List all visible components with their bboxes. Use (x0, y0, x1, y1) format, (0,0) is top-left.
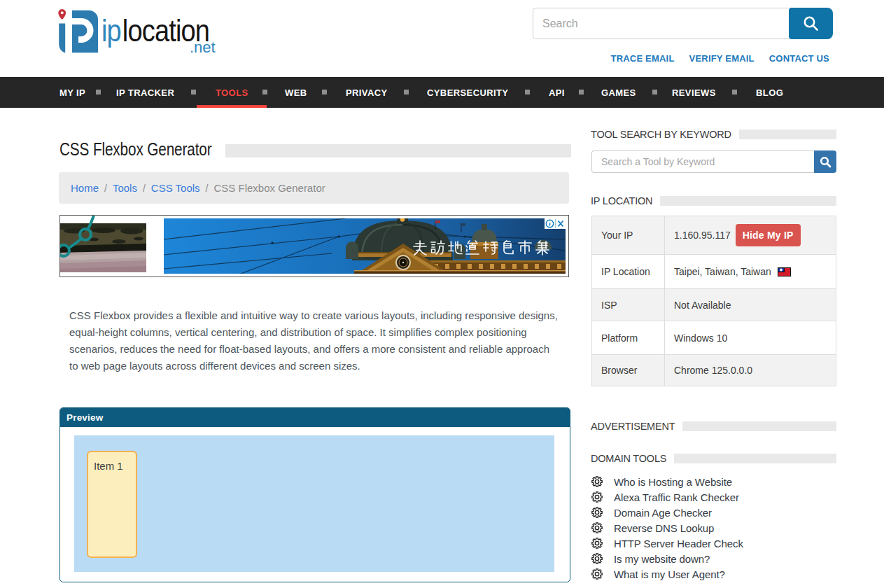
trace-email-link[interactable]: TRACE EMAIL (611, 53, 675, 64)
domain-tool-link[interactable]: Alexa Traffic Rank Checker (614, 491, 739, 503)
nav-separator (96, 90, 101, 94)
verify-email-link[interactable]: VERIFY EMAIL (689, 53, 755, 64)
table-row-platform: Platform Windows 10 (592, 321, 836, 354)
tool-search-button[interactable] (814, 150, 836, 173)
nav-separator (262, 90, 267, 94)
row-value: Not Available (665, 289, 836, 321)
breadcrumb-tools[interactable]: Tools (113, 182, 137, 194)
nav-item-ip-tracker[interactable]: IP TRACKER (116, 77, 174, 108)
heading-decorative-bar (739, 130, 836, 139)
list-item: Is my website down? (591, 551, 836, 566)
nav-item-api[interactable]: API (549, 77, 565, 108)
advertisement-heading-text: ADVERTISEMENT (591, 421, 675, 432)
main-navigation: MY IP IP TRACKER TOOLS WEB PRIVACY CYBER… (0, 77, 884, 108)
table-row-ip-location: IP Location Taipei, Taiwan, Taiwan (592, 254, 836, 288)
nav-separator (732, 90, 737, 94)
nav-item-cybersecurity[interactable]: CYBERSECURITY (427, 77, 508, 108)
nav-item-tools[interactable]: TOOLS (216, 77, 248, 108)
flexbox-preview-container: Item 1 (74, 435, 554, 572)
breadcrumb-home[interactable]: Home (71, 182, 99, 194)
logo-pin-icon (58, 9, 66, 20)
ad-banner[interactable] (59, 215, 569, 277)
header-quick-links: TRACE EMAIL VERIFY EMAIL CONTACT US (0, 53, 829, 64)
advertisement-heading: ADVERTISEMENT (591, 421, 836, 431)
header-search-form (533, 8, 833, 39)
list-item: HTTP Server Header Check (591, 536, 836, 551)
gear-icon (591, 522, 603, 533)
row-value: Taipei, Taiwan, Taiwan (665, 255, 836, 288)
heading-decorative-bar (682, 421, 836, 431)
domain-tools-heading: DOMAIN TOOLS (591, 453, 836, 463)
geo-location: Taipei, Taiwan, Taiwan (674, 266, 771, 277)
adchoices-icon (545, 218, 566, 229)
preview-panel: Preview Item 1 (59, 407, 570, 582)
tool-search-heading-text: TOOL SEARCH BY KEYWORD (591, 129, 731, 140)
table-row-isp: ISP Not Available (592, 288, 836, 321)
domain-tool-link[interactable]: Is my website down? (614, 553, 710, 565)
search-icon (803, 15, 819, 31)
row-label: Your IP (592, 216, 665, 254)
nav-item-blog[interactable]: BLOG (756, 77, 783, 108)
svg-text:ip: ip (101, 13, 121, 48)
ip-location-table: Your IP 1.160.95.117 Hide My IP IP Locat… (591, 216, 836, 386)
search-icon (820, 156, 832, 168)
site-logo[interactable]: ip location .net (58, 8, 216, 57)
nav-item-web[interactable]: WEB (285, 77, 307, 108)
preview-panel-header: Preview (60, 408, 570, 427)
domain-tool-link[interactable]: Reverse DNS Lookup (614, 522, 714, 534)
nav-item-privacy[interactable]: PRIVACY (346, 77, 388, 108)
flex-item-1: Item 1 (87, 451, 137, 558)
ip-location-heading: IP LOCATION (591, 195, 836, 206)
tool-search-heading: TOOL SEARCH BY KEYWORD (591, 129, 836, 139)
browser-value: Chrome 125.0.0.0 (674, 365, 752, 376)
nav-item-reviews[interactable]: REVIEWS (672, 77, 716, 108)
table-row-your-ip: Your IP 1.160.95.117 Hide My IP (592, 216, 836, 254)
table-row-browser: Browser Chrome 125.0.0.0 (592, 354, 836, 386)
nav-separator (652, 90, 657, 94)
nav-separator (525, 90, 530, 94)
breadcrumb-separator: / (143, 183, 146, 194)
tool-search-input[interactable] (591, 150, 814, 173)
list-item: Who is Hosting a Website (591, 474, 836, 489)
domain-tool-link[interactable]: HTTP Server Header Check (614, 538, 743, 550)
breadcrumb-current: CSS Flexbox Generator (213, 182, 325, 194)
taiwan-flag-icon (778, 267, 791, 276)
intro-paragraph: CSS Flexbox provides a flexible and intu… (69, 307, 561, 374)
breadcrumb-separator: / (104, 183, 107, 194)
heading-decorative-bar (660, 196, 836, 206)
search-input[interactable] (533, 8, 789, 39)
gear-icon (591, 538, 603, 549)
nav-separator (579, 90, 584, 94)
gear-icon (591, 568, 603, 580)
row-value: 1.160.95.117 Hide My IP (665, 216, 836, 254)
domain-tool-link[interactable]: Domain Age Checker (614, 507, 712, 519)
hide-my-ip-button[interactable]: Hide My IP (736, 224, 801, 246)
tool-search-form (591, 150, 836, 173)
ip-location-heading-text: IP LOCATION (591, 195, 652, 206)
list-item: What is my User Agent? (591, 566, 836, 582)
gear-icon (591, 507, 603, 518)
contact-us-link[interactable]: CONTACT US (769, 53, 829, 64)
row-value: Windows 10 (665, 321, 836, 354)
gear-icon (591, 553, 603, 564)
breadcrumb-separator: / (206, 183, 209, 194)
row-label: Platform (592, 321, 665, 354)
heading-decorative-bar (674, 454, 836, 463)
nav-separator (191, 90, 196, 94)
row-label: ISP (592, 289, 665, 321)
domain-tools-list: Who is Hosting a Website Alexa Traffic R… (591, 474, 836, 582)
breadcrumb-css-tools[interactable]: CSS Tools (151, 182, 200, 194)
domain-tools-heading-text: DOMAIN TOOLS (591, 453, 666, 464)
isp-value: Not Available (674, 300, 731, 311)
domain-tool-link[interactable]: Who is Hosting a Website (614, 476, 732, 488)
platform-value: Windows 10 (674, 332, 727, 344)
nav-item-my-ip[interactable]: MY IP (59, 77, 85, 108)
breadcrumb: Home / Tools / CSS Tools / CSS Flexbox G… (59, 172, 569, 204)
nav-item-games[interactable]: GAMES (601, 77, 636, 108)
search-button[interactable] (789, 8, 833, 39)
title-decorative-bar (225, 144, 571, 158)
ad-left-map-image (60, 216, 146, 276)
row-value: Chrome 125.0.0.0 (665, 355, 836, 386)
ad-creative-image (164, 218, 566, 274)
domain-tool-link[interactable]: What is my User Agent? (614, 568, 725, 580)
